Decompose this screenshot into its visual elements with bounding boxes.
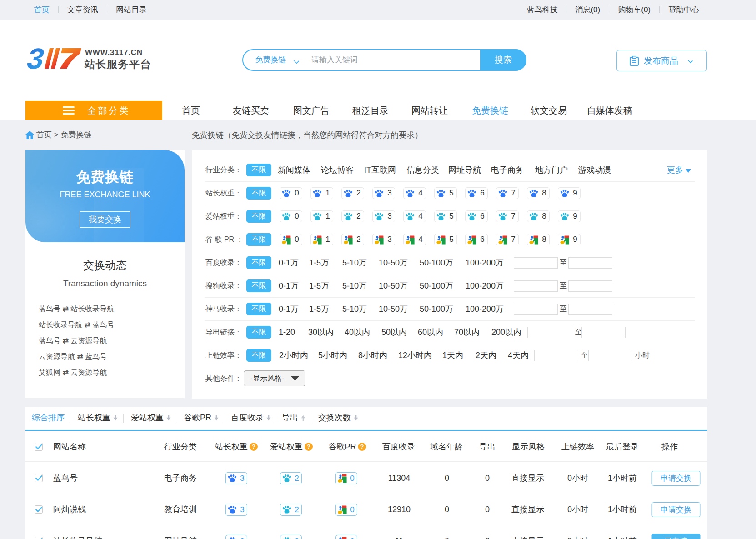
svg-text:站长服务平台: 站长服务平台 [84, 58, 151, 70]
svg-text:3: 3 [25, 45, 48, 71]
svg-text:WWW.3117.CN: WWW.3117.CN [85, 48, 143, 57]
